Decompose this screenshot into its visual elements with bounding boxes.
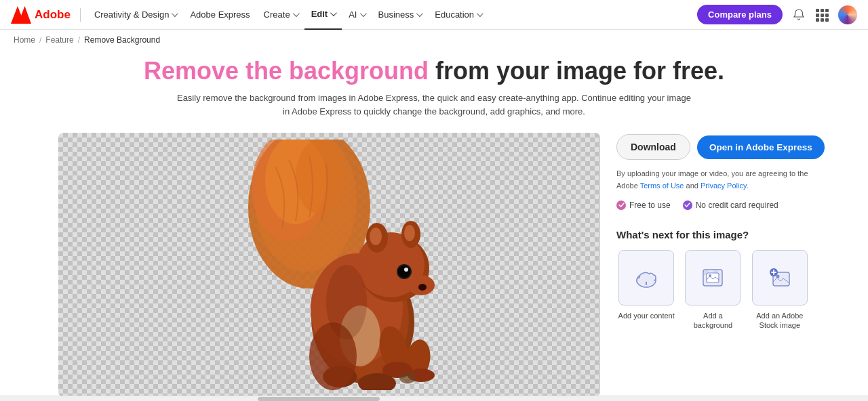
nav-ai-label: AI (349, 9, 357, 20)
main-content: Download Open in Adobe Express By upload… (34, 123, 834, 401)
no-card-badge-icon (683, 200, 692, 210)
chevron-down-icon-2 (293, 10, 300, 17)
apps-grid-icon[interactable] (815, 8, 829, 22)
next-card-add-stock[interactable]: Add an Adobe Stock image (750, 250, 810, 331)
free-badge: Free to use (616, 200, 671, 210)
badges-row: Free to use No credit card required (616, 200, 810, 210)
svg-point-21 (418, 284, 427, 291)
chevron-down-icon-6 (477, 10, 484, 17)
download-button[interactable]: Download (616, 134, 690, 160)
nav-edit-label: Edit (311, 9, 328, 19)
action-buttons: Download Open in Adobe Express (616, 134, 810, 160)
no-card-badge: No credit card required (683, 200, 778, 210)
nav-edit[interactable]: Edit (304, 0, 342, 30)
right-panel: Download Open in Adobe Express By upload… (616, 133, 810, 330)
compare-plans-button[interactable]: Compare plans (697, 5, 783, 24)
breadcrumb: Home / Feature / Remove Background (0, 30, 868, 50)
privacy-policy-link[interactable]: Privacy Policy (701, 182, 747, 190)
breadcrumb-current: Remove Background (84, 35, 160, 45)
next-card-add-background[interactable]: Add a background (683, 250, 743, 331)
breadcrumb-sep-2: / (78, 35, 80, 45)
main-nav: Adobe Creativity & Design Adobe Express … (0, 0, 868, 30)
terms-text: By uploading your image or video, you ar… (616, 168, 810, 192)
add-stock-icon (765, 263, 795, 293)
nav-create-label: Create (264, 9, 290, 20)
nav-creativity-label: Creativity & Design (94, 9, 170, 20)
hero-subtitle: Easily remove the background from images… (176, 91, 692, 118)
adobe-logo[interactable]: Adobe (11, 6, 71, 24)
scrollbar-thumb[interactable] (258, 397, 380, 401)
breadcrumb-sep-1: / (39, 35, 41, 45)
svg-point-19 (404, 268, 408, 272)
next-cards-row: Add your content (616, 250, 810, 331)
svg-point-16 (404, 225, 415, 241)
svg-point-26 (399, 373, 416, 383)
adobe-logo-icon (11, 6, 31, 24)
chevron-down-icon (172, 10, 178, 17)
terms-and: and (684, 182, 700, 190)
nav-business-label: Business (378, 9, 414, 20)
add-stock-card-icon-box (752, 250, 808, 305)
add-content-card-icon-box (618, 250, 674, 305)
hero-title: Remove the background from your image fo… (14, 57, 854, 85)
next-card-add-content[interactable]: Add your content (616, 250, 676, 331)
squirrel-svg (214, 140, 445, 390)
chevron-down-icon-3 (330, 9, 337, 16)
nav-education[interactable]: Education (428, 0, 488, 30)
whats-next-title: What's next for this image? (616, 229, 810, 240)
nav-adobe-express[interactable]: Adobe Express (183, 0, 256, 30)
upload-cloud-icon (631, 263, 661, 293)
user-avatar[interactable] (838, 5, 857, 24)
no-card-badge-label: No credit card required (696, 200, 778, 210)
add-stock-label: Add an Adobe Stock image (750, 311, 810, 331)
add-background-icon (698, 263, 728, 293)
hero-section: Remove the background from your image fo… (0, 50, 868, 123)
breadcrumb-home[interactable]: Home (14, 35, 35, 45)
nav-creativity-design[interactable]: Creativity & Design (87, 0, 184, 30)
svg-point-30 (326, 265, 367, 339)
squirrel-image (58, 133, 600, 397)
nav-education-label: Education (435, 9, 474, 20)
nav-links: Creativity & Design Adobe Express Create… (87, 0, 697, 30)
svg-point-18 (398, 266, 410, 278)
add-background-label: Add a background (683, 311, 743, 331)
adobe-logo-text: Adobe (35, 8, 71, 22)
nav-right: Compare plans (697, 5, 857, 24)
chevron-down-icon-5 (416, 10, 423, 17)
add-content-label: Add your content (618, 311, 675, 320)
notifications-icon[interactable] (792, 8, 806, 22)
svg-point-41 (709, 274, 711, 277)
hero-title-dark: from your image for free. (429, 57, 724, 85)
svg-point-43 (776, 274, 779, 278)
nav-express-label: Adobe Express (190, 9, 250, 20)
free-badge-label: Free to use (629, 200, 671, 210)
breadcrumb-feature[interactable]: Feature (45, 35, 73, 45)
nav-ai[interactable]: AI (342, 0, 371, 30)
chevron-down-icon-4 (359, 10, 366, 17)
hero-title-colored: Remove the background (144, 57, 429, 85)
open-express-button[interactable]: Open in Adobe Express (697, 135, 825, 159)
image-panel (58, 133, 600, 397)
svg-point-14 (370, 228, 382, 245)
svg-point-6 (296, 140, 343, 214)
terms-of-use-link[interactable]: Terms of Use (640, 182, 684, 190)
nav-business[interactable]: Business (372, 0, 429, 30)
nav-divider (80, 8, 81, 22)
free-badge-icon (616, 200, 626, 210)
add-bg-card-icon-box (685, 250, 741, 305)
nav-create[interactable]: Create (257, 0, 304, 30)
terms-suffix: . (747, 182, 749, 190)
